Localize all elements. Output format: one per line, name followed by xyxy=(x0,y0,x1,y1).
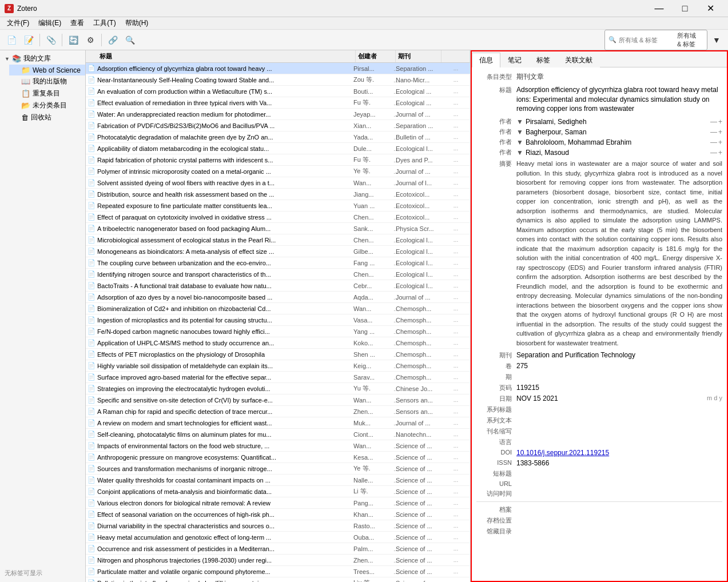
list-row[interactable]: 📄 Identifying nitrogen source and transp… xyxy=(86,269,470,280)
tab-info[interactable]: 信息 xyxy=(472,53,500,67)
list-row[interactable]: 📄 Self-cleaning, photocatalytic films on… xyxy=(86,429,470,440)
list-row[interactable]: 📄 Specific and sensitive on-site detecti… xyxy=(86,394,470,406)
search-bar[interactable]: 🔍 所有域 & 标签 xyxy=(604,30,707,50)
list-row[interactable]: 📄 Effect of paraquat on cytotoxicity inv… xyxy=(86,212,470,223)
list-row[interactable]: 📄 Occurrence and risk assessment of pest… xyxy=(86,543,470,555)
list-row[interactable]: 📄 An evaluation of corn production withi… xyxy=(86,86,470,97)
list-header-journal[interactable]: 期刊 xyxy=(396,50,441,62)
title-value[interactable]: Adsorption efficiency of glycyrrhiza gla… xyxy=(516,85,722,114)
list-row[interactable]: 📄 Fe/N-doped carbon magnetic nanocubes t… xyxy=(86,326,470,337)
list-row[interactable]: 📄 Sources and transformation mechanisms … xyxy=(86,463,470,475)
window-controls[interactable]: — □ ✕ xyxy=(646,0,723,17)
pages-value[interactable]: 119215 xyxy=(516,384,722,392)
author-expand-icon[interactable]: ▼ xyxy=(516,128,523,136)
list-row[interactable]: 📄 Microbiological assessment of ecologic… xyxy=(86,234,470,246)
search-collection-dropdown[interactable]: 所有域 & 标签 xyxy=(677,31,701,49)
author-name[interactable]: Riazi, Masoud xyxy=(526,149,710,157)
list-row[interactable]: 📄 Biomineralization of Cd2+ and inhibiti… xyxy=(86,303,470,314)
author-name[interactable]: Bagherpour, Saman xyxy=(526,128,710,136)
menu-edit[interactable]: 编辑(E) xyxy=(34,17,66,29)
list-row[interactable]: 📄 Highly variable soil dissipation of me… xyxy=(86,360,470,372)
list-row[interactable]: 📄 Effect evaluation of remediation in th… xyxy=(86,97,470,109)
list-row[interactable]: 📄 Ingestion of microplastics and its pot… xyxy=(86,314,470,326)
close-button[interactable]: ✕ xyxy=(698,0,723,17)
list-row[interactable]: 📄 Impacts of environmental factors on th… xyxy=(86,440,470,452)
list-row[interactable]: 📄 The coupling curve between urbanizatio… xyxy=(86,257,470,269)
list-row[interactable]: 📄 Conjoint applications of meta-analysis… xyxy=(86,486,470,497)
date-value[interactable]: NOV 15 2021 xyxy=(516,394,707,402)
list-row[interactable]: 📄 Distribution, source and health risk a… xyxy=(86,189,470,200)
author-minus-btn[interactable]: — xyxy=(710,149,717,157)
author-minus-btn[interactable]: — xyxy=(710,128,717,136)
issn-value[interactable]: 1383-5866 xyxy=(516,459,722,467)
sidebar-item-duplicates[interactable]: 📋 重复条目 xyxy=(9,87,85,99)
author-plus-btn[interactable]: + xyxy=(718,138,722,146)
list-row[interactable]: 📄 Application of UHPLC-MS/MS method to s… xyxy=(86,337,470,349)
list-row[interactable]: 📄 Applicability of diatom metabarcoding … xyxy=(86,143,470,154)
maximize-button[interactable]: □ xyxy=(672,0,698,17)
list-row[interactable]: 📄 Strategies on improving the electrocat… xyxy=(86,383,470,394)
author-plus-btn[interactable]: + xyxy=(718,118,722,126)
list-row[interactable]: 📄 Water quality thresholds for coastal c… xyxy=(86,475,470,486)
list-row[interactable]: 📄 Repeated exposure to fine particulate … xyxy=(86,200,470,212)
list-row[interactable]: 📄 Diurnal variability in the spectral ch… xyxy=(86,520,470,532)
list-row[interactable]: 📄 Polymer of intrinsic microporosity coa… xyxy=(86,166,470,177)
list-row[interactable]: 📄 Pollution in the interflow from a simp… xyxy=(86,577,470,582)
list-row[interactable]: 📄 Near-Instantaneously Self-Healing Coat… xyxy=(86,74,470,86)
author-minus-btn[interactable]: — xyxy=(710,138,717,146)
sync-button[interactable]: 🔄 xyxy=(65,32,81,48)
author-name[interactable]: Bahrololoom, Mohammad Ebrahim xyxy=(526,138,710,146)
author-expand-icon[interactable]: ▼ xyxy=(516,118,523,126)
locate-button[interactable]: 🔍 xyxy=(122,32,138,48)
list-row[interactable]: 📄 Various electron donors for biological… xyxy=(86,497,470,509)
tab-notes[interactable]: 笔记 xyxy=(500,53,529,67)
list-row[interactable]: 📄 Effect of seasonal variation on the oc… xyxy=(86,509,470,520)
list-row[interactable]: 📄 Fabrication of PVDF/CdS/Bi2S3/Bi(2)MoO… xyxy=(86,120,470,131)
search-input[interactable] xyxy=(619,37,677,43)
menu-tools[interactable]: 工具(T) xyxy=(89,17,120,29)
list-row[interactable]: 📄 Heavy metal accumulation and genotoxic… xyxy=(86,532,470,543)
list-row[interactable]: 📄 Particulate matter and volatile organi… xyxy=(86,566,470,577)
author-minus-btn[interactable]: — xyxy=(710,118,717,126)
list-header-creator[interactable]: 创建者 xyxy=(356,50,396,62)
list-row[interactable]: 📄 Nitrogen and phosphorus trajectories (… xyxy=(86,555,470,566)
author-plus-btn[interactable]: + xyxy=(718,128,722,136)
list-row[interactable]: 📄 A Raman chip for rapid and specific de… xyxy=(86,406,470,417)
tab-tags[interactable]: 标签 xyxy=(529,53,558,67)
author-expand-icon[interactable]: ▼ xyxy=(516,149,523,157)
sidebar-item-my-publications[interactable]: 📖 我的出版物 xyxy=(9,75,85,87)
menu-file[interactable]: 文件(F) xyxy=(2,17,34,29)
list-row[interactable]: 📄 Water: An underappreciated reaction me… xyxy=(86,109,470,120)
list-row[interactable]: 📄 Solvent assisted dyeing of wool fibers… xyxy=(86,177,470,189)
list-row[interactable]: 📄 A review on modern and smart technolog… xyxy=(86,417,470,429)
list-row[interactable]: 📄 Surface improved agro-based material f… xyxy=(86,372,470,383)
tab-related[interactable]: 关联文献 xyxy=(558,53,600,67)
volume-value[interactable]: 275 xyxy=(516,362,722,370)
minimize-button[interactable]: — xyxy=(646,0,672,17)
list-row[interactable]: 📄 Photocatalytic degradation of malachit… xyxy=(86,131,470,143)
doi-value[interactable]: 10.1016/j.seppur.2021.119215 xyxy=(516,449,722,457)
list-row[interactable]: 📄 Anthropogenic pressure on mangrove eco… xyxy=(86,452,470,463)
menu-view[interactable]: 查看 xyxy=(66,17,89,29)
toolbar-extra-btn[interactable]: ▼ xyxy=(709,32,725,48)
list-row[interactable]: 📄 Rapid fabrication of photonic crystal … xyxy=(86,154,470,166)
list-row[interactable]: 📄 Monogeneans as bioindicators: A meta-a… xyxy=(86,246,470,257)
new-note-button[interactable]: 📝 xyxy=(21,32,37,48)
list-row[interactable]: 📄 BactoTraits - A functional trait datab… xyxy=(86,280,470,292)
settings-button[interactable]: ⚙ xyxy=(82,32,98,48)
author-name[interactable]: Pirsalami, Sedigheh xyxy=(526,118,710,126)
sidebar-item-my-library[interactable]: ▼ 📚 我的文库 xyxy=(0,53,85,65)
sidebar-item-trash[interactable]: 🗑 回收站 xyxy=(9,111,85,123)
list-header-title[interactable]: 标题 xyxy=(97,50,356,62)
sidebar-item-unfiled[interactable]: 📂 未分类条目 xyxy=(9,99,85,111)
add-attachment-button[interactable]: 📎 xyxy=(43,32,59,48)
list-row[interactable]: 📄 Adsorption efficiency of glycyrrhiza g… xyxy=(86,63,470,74)
new-item-button[interactable]: 📄 xyxy=(3,32,19,48)
author-expand-icon[interactable]: ▼ xyxy=(516,138,523,146)
list-row[interactable]: 📄 A triboelectric nanogenerator based on… xyxy=(86,223,470,234)
link-button[interactable]: 🔗 xyxy=(105,32,121,48)
list-row[interactable]: 📄 Effects of PET microplastics on the ph… xyxy=(86,349,470,360)
author-plus-btn[interactable]: + xyxy=(718,149,722,157)
journal-value[interactable]: Separation and Purification Technology xyxy=(516,351,722,359)
sidebar-item-web-of-science[interactable]: 📁 Web of Science xyxy=(9,65,85,75)
